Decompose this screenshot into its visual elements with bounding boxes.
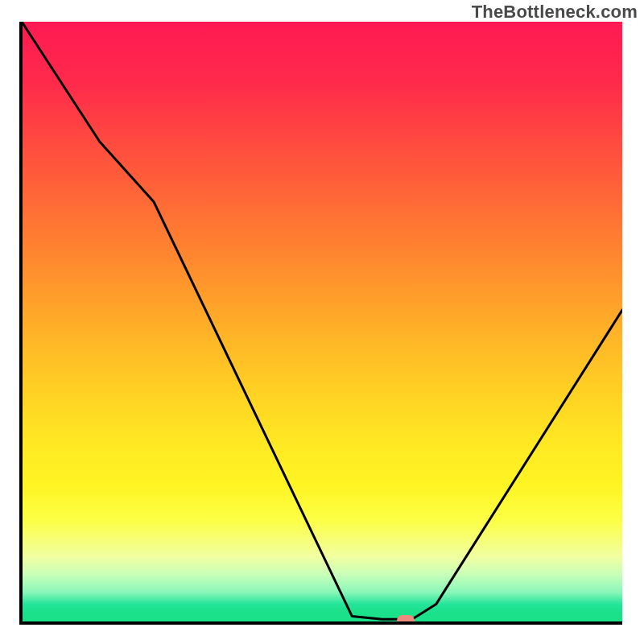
plot-area [22,22,622,622]
x-axis-line [22,621,622,625]
bottleneck-curve [22,22,622,622]
chart-container: TheBottleneck.com [0,0,644,644]
y-axis-line [19,22,23,625]
watermark-text: TheBottleneck.com [472,2,638,23]
